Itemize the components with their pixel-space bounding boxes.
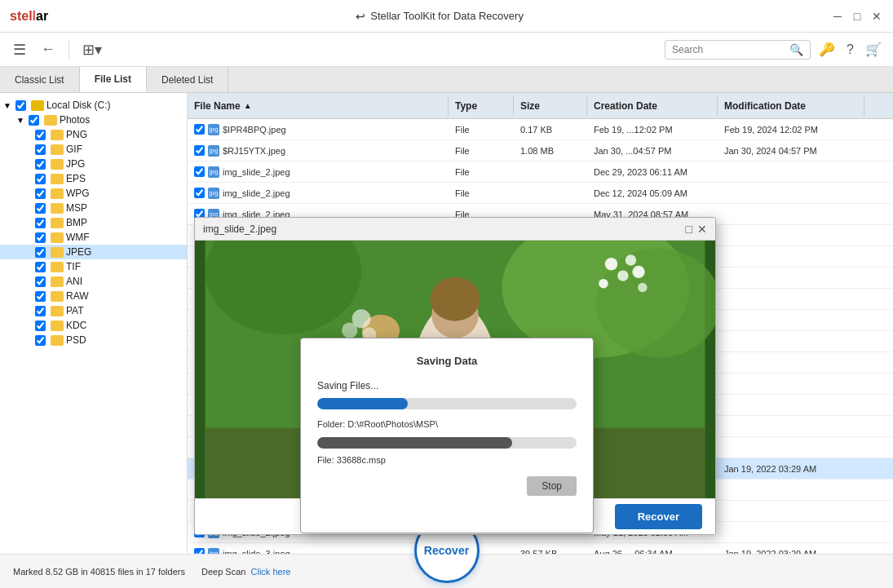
file-row-checkbox[interactable] bbox=[194, 166, 205, 177]
tree-item-eps[interactable]: EPS bbox=[0, 171, 187, 186]
file-cell-modified: Jan 30, 2024 04:57 PM bbox=[718, 143, 864, 159]
saving-dialog-title: Saving Data bbox=[317, 355, 577, 367]
file-cell-name: jpg $RJ15YTX.jpeg bbox=[188, 142, 449, 160]
tree-item-msp[interactable]: MSP bbox=[0, 201, 187, 215]
file-row-checkbox[interactable] bbox=[194, 145, 205, 156]
preview-minimize-button[interactable]: □ bbox=[686, 223, 692, 236]
search-input[interactable] bbox=[672, 44, 786, 55]
checkbox-raw[interactable] bbox=[35, 291, 46, 302]
tree-item-psd[interactable]: PSD bbox=[0, 333, 187, 347]
progress-bar-background bbox=[317, 398, 577, 409]
title-center: ↩ Stellar ToolKit for Data Recovery bbox=[48, 10, 831, 23]
stop-button[interactable]: Stop bbox=[527, 476, 577, 496]
tree-item-png[interactable]: PNG bbox=[0, 127, 187, 142]
saving-path: Folder: D:\#Root\Photos\MSP\ bbox=[317, 419, 577, 429]
col-header-modified[interactable]: Modification Date bbox=[718, 95, 864, 117]
preview-title: img_slide_2.jpeg bbox=[203, 223, 276, 235]
file-cell-size: 0.17 KB bbox=[514, 122, 587, 138]
checkbox-gif[interactable] bbox=[35, 144, 46, 155]
file-type-icon: jpg bbox=[208, 548, 219, 555]
title-bar-left: stellar bbox=[10, 9, 48, 24]
saving-dialog: Saving Data Saving Files... Folder: D:\#… bbox=[300, 338, 594, 533]
grid-view-button[interactable]: ⊞▾ bbox=[77, 38, 107, 62]
tab-deleted-list[interactable]: Deleted List bbox=[147, 67, 228, 92]
checkbox-wmf[interactable] bbox=[35, 232, 46, 243]
help-button[interactable]: ? bbox=[843, 39, 857, 60]
tree-label-pat: PAT bbox=[66, 305, 84, 316]
tree-item-bmp[interactable]: BMP bbox=[0, 215, 187, 230]
tree-item-wmf[interactable]: WMF bbox=[0, 230, 187, 245]
checkbox-jpeg[interactable] bbox=[35, 247, 46, 258]
file-cell-modified bbox=[718, 169, 864, 175]
checkbox-psd[interactable] bbox=[35, 335, 46, 346]
maximize-button[interactable]: □ bbox=[851, 10, 864, 23]
tree-label-bmp: BMP bbox=[66, 217, 87, 228]
col-header-filename[interactable]: File Name ▲ bbox=[188, 95, 449, 117]
preview-close-button[interactable]: ✕ bbox=[697, 223, 707, 236]
recover-button-preview[interactable]: Recover bbox=[615, 504, 702, 529]
table-row[interactable]: jpg img_slide_2.jpeg File Dec 29, 2023 0… bbox=[188, 161, 893, 183]
tab-classic-list[interactable]: Classic List bbox=[0, 67, 80, 92]
checkbox-msp[interactable] bbox=[35, 203, 46, 214]
close-button[interactable]: ✕ bbox=[870, 10, 883, 23]
file-type-icon: jpg bbox=[208, 124, 219, 135]
table-row[interactable]: jpg img_slide_3.jpeg File 39.57 KB Aug 2… bbox=[188, 543, 893, 554]
svg-point-21 bbox=[342, 323, 357, 338]
tree-item-raw[interactable]: RAW bbox=[0, 289, 187, 303]
tree-label-raw: RAW bbox=[66, 290, 89, 302]
checkbox-local-disk[interactable] bbox=[15, 100, 26, 111]
file-cell-type: File bbox=[449, 185, 514, 201]
folder-icon-gif bbox=[51, 144, 64, 155]
checkbox-eps[interactable] bbox=[35, 174, 46, 184]
tab-file-list[interactable]: File List bbox=[80, 67, 147, 92]
window-controls: ─ □ ✕ bbox=[831, 10, 883, 23]
tree-item-photos[interactable]: ▼ Photos bbox=[0, 113, 187, 127]
tree-label-msp: MSP bbox=[66, 202, 87, 214]
back-button[interactable]: ← bbox=[36, 38, 60, 61]
checkbox-bmp[interactable] bbox=[35, 218, 46, 228]
tree-label-jpeg: JPEG bbox=[66, 246, 91, 258]
tree-item-tif[interactable]: TIF bbox=[0, 259, 187, 274]
sort-icon: ▲ bbox=[244, 101, 252, 110]
menu-button[interactable]: ☰ bbox=[8, 38, 31, 62]
saving-file: File: 33688c.msp bbox=[317, 455, 577, 465]
file-cell-created: Aug 26, ...06:34 AM bbox=[587, 546, 718, 555]
table-row[interactable]: jpg $IPR4BPQ.jpeg File 0.17 KB Feb 19, .… bbox=[188, 119, 893, 140]
search-icon: 🔍 bbox=[789, 43, 803, 56]
folder-icon-pat bbox=[51, 306, 64, 316]
file-row-checkbox[interactable] bbox=[194, 548, 205, 554]
checkbox-jpg[interactable] bbox=[35, 159, 46, 170]
file-row-checkbox[interactable] bbox=[194, 124, 205, 135]
file-cell-type: File bbox=[449, 143, 514, 159]
key-button[interactable]: 🔑 bbox=[816, 38, 838, 60]
col-header-size[interactable]: Size bbox=[514, 95, 587, 117]
deep-scan-click-link[interactable]: Click here bbox=[251, 567, 291, 577]
table-row[interactable]: jpg $RJ15YTX.jpeg File 1.08 MB Jan 30, .… bbox=[188, 140, 893, 161]
file-cell-modified bbox=[718, 254, 864, 260]
preview-controls: □ ✕ bbox=[686, 223, 707, 236]
minimize-button[interactable]: ─ bbox=[831, 10, 844, 23]
checkbox-png[interactable] bbox=[35, 130, 46, 140]
checkbox-photos[interactable] bbox=[29, 115, 39, 126]
col-header-created[interactable]: Creation Date bbox=[587, 95, 718, 117]
checkbox-ani[interactable] bbox=[35, 276, 46, 287]
col-header-type[interactable]: Type bbox=[449, 95, 514, 117]
tree-item-gif[interactable]: GIF bbox=[0, 142, 187, 157]
file-row-checkbox[interactable] bbox=[194, 188, 205, 198]
table-row[interactable]: jpg img_slide_2.jpeg File Dec 12, 2024 0… bbox=[188, 183, 893, 204]
checkbox-kdc[interactable] bbox=[35, 321, 46, 331]
tree-item-kdc[interactable]: KDC bbox=[0, 318, 187, 333]
cart-button[interactable]: 🛒 bbox=[862, 38, 885, 60]
file-cell-modified bbox=[718, 402, 864, 409]
checkbox-wpg[interactable] bbox=[35, 188, 46, 199]
checkbox-pat[interactable] bbox=[35, 306, 46, 316]
checkbox-tif[interactable] bbox=[35, 262, 46, 272]
tree-item-jpg[interactable]: JPG bbox=[0, 157, 187, 171]
tree-item-wpg[interactable]: WPG bbox=[0, 186, 187, 201]
tree-item-jpeg[interactable]: JPEG bbox=[0, 245, 187, 259]
tree-item-pat[interactable]: PAT bbox=[0, 303, 187, 318]
svg-point-7 bbox=[626, 254, 636, 265]
tree-item-ani[interactable]: ANI bbox=[0, 274, 187, 289]
folder-icon-ani bbox=[51, 276, 64, 287]
tree-item-local-disk[interactable]: ▼ Local Disk (C:) bbox=[0, 98, 187, 113]
